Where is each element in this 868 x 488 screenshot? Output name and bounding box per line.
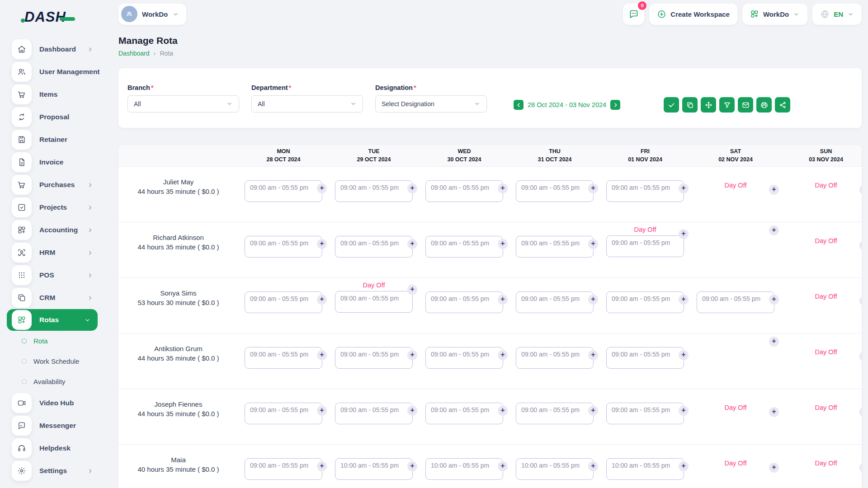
shift-time-slot[interactable]: 09:00 am - 05:55 pm [425, 291, 503, 313]
breadcrumb-dashboard-link[interactable]: Dashboard [118, 50, 150, 57]
next-week-button[interactable] [610, 100, 620, 110]
add-shift-button[interactable]: + [679, 350, 689, 360]
add-shift-button[interactable]: + [679, 295, 689, 305]
add-shift-button[interactable]: + [498, 239, 508, 249]
add-shift-button[interactable]: + [498, 183, 508, 193]
create-workspace-button[interactable]: Create Workspace [649, 4, 737, 25]
filter-button[interactable] [719, 97, 735, 113]
designation-select[interactable]: Select Designation [375, 95, 487, 113]
sidebar-item-messenger[interactable]: Messenger [0, 414, 100, 437]
add-shift-button[interactable]: + [679, 183, 689, 193]
add-shift-button[interactable]: + [769, 463, 779, 473]
add-shift-button[interactable]: + [498, 295, 508, 305]
sidebar-item-accounting[interactable]: Accounting [0, 219, 100, 241]
workspace-switcher[interactable]: WorkDo [118, 4, 186, 25]
messages-button[interactable]: 0 [623, 4, 644, 25]
shift-time-slot[interactable]: 10:00 am - 05:55 pm [425, 458, 503, 480]
shift-time-slot[interactable]: 10:00 am - 05:55 pm [335, 458, 413, 480]
add-shift-button[interactable]: + [407, 350, 417, 360]
copy-button[interactable] [682, 97, 698, 113]
sidebar-subitem-work-schedule[interactable]: Work Schedule [0, 351, 100, 371]
add-shift-button[interactable]: + [317, 295, 327, 305]
add-shift-button[interactable]: + [588, 183, 598, 193]
add-shift-button[interactable]: + [498, 350, 508, 360]
shift-time-slot[interactable]: 09:00 am - 05:55 pm [425, 180, 503, 202]
share-button[interactable] [775, 97, 790, 113]
add-shift-button[interactable]: + [317, 461, 327, 471]
sidebar-item-retainer[interactable]: Retainer [0, 128, 100, 151]
sidebar-item-rotas[interactable]: Rotas [7, 309, 98, 331]
previous-week-button[interactable] [514, 100, 524, 110]
sidebar-item-video-hub[interactable]: Video Hub [0, 392, 100, 414]
add-shift-button[interactable]: + [679, 406, 689, 416]
shift-time-slot[interactable]: 09:00 am - 05:55 pm [245, 347, 322, 369]
add-shift-button[interactable]: + [588, 239, 598, 249]
add-shift-button[interactable]: + [769, 407, 779, 417]
add-shift-button[interactable]: + [407, 406, 417, 416]
shift-time-slot[interactable]: 09:00 am - 05:55 pm [516, 180, 594, 202]
add-shift-button[interactable]: + [588, 350, 598, 360]
approve-button[interactable] [664, 97, 679, 113]
sidebar-item-helpdesk[interactable]: Helpdesk [0, 437, 100, 460]
add-shift-button[interactable]: + [769, 337, 779, 347]
add-shift-button[interactable]: + [407, 183, 417, 193]
company-menu[interactable]: WorkDo [742, 4, 807, 25]
shift-time-slot[interactable]: 10:00 am - 05:55 pm [516, 458, 594, 480]
shift-time-slot[interactable]: 09:00 am - 05:55 pm [516, 236, 594, 258]
shift-time-slot[interactable]: 09:00 am - 05:55 pm [606, 180, 684, 202]
sidebar-item-pos[interactable]: POS [0, 264, 100, 286]
shift-time-slot[interactable]: 09:00 am - 05:55 pm [516, 403, 594, 424]
sidebar-item-items[interactable]: Items [0, 83, 100, 106]
sidebar-item-settings[interactable]: Settings [0, 460, 100, 482]
shift-time-slot[interactable]: 09:00 am - 05:55 pm [606, 347, 684, 369]
sidebar-subitem-availability[interactable]: Availability [0, 371, 100, 392]
move-button[interactable] [701, 97, 716, 113]
language-menu[interactable]: EN [812, 4, 862, 25]
shift-time-slot[interactable]: 09:00 am - 05:55 pm [606, 291, 684, 313]
add-shift-button[interactable]: + [407, 461, 417, 471]
shift-time-slot[interactable]: 09:00 am - 05:55 pm [516, 291, 594, 313]
shift-time-slot[interactable]: 09:00 am - 05:55 pm [245, 458, 322, 480]
shift-time-slot[interactable]: 09:00 am - 05:55 pm [245, 403, 322, 424]
shift-time-slot[interactable]: 10:00 am - 05:55 pm [606, 458, 684, 480]
sidebar-item-user-management[interactable]: User Management [0, 61, 100, 83]
sidebar-item-proposal[interactable]: Proposal [0, 106, 100, 128]
sidebar-item-hrm[interactable]: HRM [0, 241, 100, 264]
shift-time-slot[interactable]: 09:00 am - 05:55 pm [606, 235, 684, 257]
add-shift-button[interactable]: + [588, 461, 598, 471]
shift-time-slot[interactable]: 09:00 am - 05:55 pm [697, 291, 774, 313]
shift-time-slot[interactable]: 09:00 am - 05:55 pm [516, 347, 594, 369]
add-shift-button[interactable]: + [769, 295, 779, 305]
branch-select[interactable]: All [127, 95, 239, 113]
sidebar-item-invoice[interactable]: Invoice [0, 151, 100, 174]
shift-time-slot[interactable]: 09:00 am - 05:55 pm [245, 180, 322, 202]
shift-time-slot[interactable]: 09:00 am - 05:55 pm [335, 291, 413, 313]
add-shift-button[interactable]: + [588, 295, 598, 305]
shift-time-slot[interactable]: 09:00 am - 05:55 pm [425, 403, 503, 424]
add-shift-button[interactable]: + [317, 350, 327, 360]
add-shift-button[interactable]: + [317, 406, 327, 416]
sidebar-item-crm[interactable]: CRM [0, 286, 100, 309]
add-shift-button[interactable]: + [407, 285, 417, 295]
app-logo[interactable]: DASH [24, 9, 75, 25]
add-shift-button[interactable]: + [498, 406, 508, 416]
sidebar-item-dashboard[interactable]: Dashboard [0, 38, 100, 61]
shift-time-slot[interactable]: 09:00 am - 05:55 pm [335, 347, 413, 369]
add-shift-button[interactable]: + [679, 229, 689, 239]
shift-time-slot[interactable]: 09:00 am - 05:55 pm [245, 291, 322, 313]
shift-time-slot[interactable]: 09:00 am - 05:55 pm [425, 236, 503, 258]
sidebar-subitem-rota[interactable]: Rota [0, 331, 100, 351]
add-shift-button[interactable]: + [769, 225, 779, 235]
print-button[interactable] [756, 97, 772, 113]
add-shift-button[interactable]: + [679, 461, 689, 471]
shift-time-slot[interactable]: 09:00 am - 05:55 pm [245, 236, 322, 258]
add-shift-button[interactable]: + [407, 239, 417, 249]
add-shift-button[interactable]: + [588, 406, 598, 416]
shift-time-slot[interactable]: 09:00 am - 05:55 pm [335, 403, 413, 424]
mail-button[interactable] [738, 97, 753, 113]
add-shift-button[interactable]: + [769, 185, 779, 195]
shift-time-slot[interactable]: 09:00 am - 05:55 pm [335, 236, 413, 258]
shift-time-slot[interactable]: 09:00 am - 05:55 pm [606, 403, 684, 424]
sidebar-item-purchases[interactable]: Purchases [0, 174, 100, 196]
sidebar-item-projects[interactable]: Projects [0, 196, 100, 219]
